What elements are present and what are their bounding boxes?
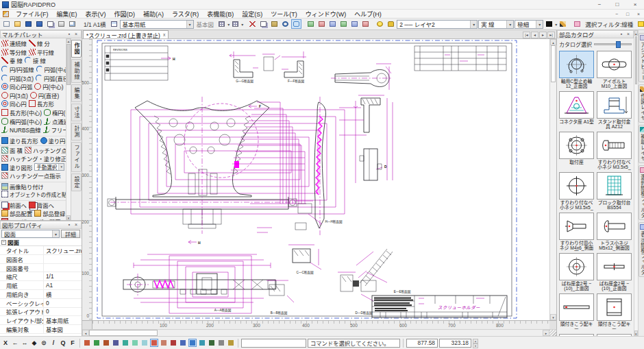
catalog-item[interactable]: トラス小ネジ M5x12_側面図 [597, 213, 632, 251]
tab-next-icon[interactable]: ▸ [539, 32, 547, 38]
mode-icon-5[interactable] [121, 339, 129, 347]
catalog-item[interactable] [597, 334, 632, 336]
tool-tentsuka-kyokusen[interactable]: 点通過曲線 [44, 117, 66, 125]
mode-icon-4[interactable] [112, 339, 120, 347]
collapse-icon[interactable]: − [1, 240, 6, 245]
menu-draw[interactable]: 作図(D) [110, 10, 140, 19]
save-icon[interactable] [23, 19, 34, 29]
zoom-out-icon[interactable] [317, 19, 327, 29]
search-icon[interactable] [280, 19, 290, 29]
tool-menseki[interactable]: 面 積 [1, 146, 23, 154]
help-icon[interactable] [636, 19, 644, 29]
menu-edit[interactable]: 編集(E) [53, 10, 82, 19]
tool-object-sakusei[interactable]: オブジェクトの作成と貼り付け [1, 191, 66, 198]
export-icon[interactable] [45, 19, 55, 29]
catalog-item[interactable]: コネクタ座 A1型 [559, 91, 594, 130]
pen-style-icon[interactable] [558, 19, 568, 29]
tab-sakuzu[interactable]: 作図 [71, 40, 82, 58]
property-row[interactable]: レイアウト/部分図名基本用紙 [0, 316, 82, 325]
snap-center-icon[interactable]: ⊙ [40, 338, 48, 348]
tool-renzokusen[interactable]: 連続線 [1, 39, 27, 47]
tab-prev-icon[interactable]: ◂ [531, 32, 538, 38]
tab-close-icon[interactable]: x [163, 32, 166, 37]
tool-nuri-en[interactable]: 塗り円(中心) [40, 136, 66, 145]
scroll-up-icon[interactable]: ▴ [550, 39, 556, 45]
catalog-item[interactable]: ばね座金2号 ~(10)_上面図 [559, 253, 594, 291]
tool-en-chushin[interactable]: 円(中心) [34, 82, 63, 91]
properties-target-combo[interactable]: 図面▾ [1, 230, 60, 238]
scroll-left-icon[interactable]: ◂ [82, 330, 89, 336]
zoom-window-icon[interactable] [291, 19, 301, 29]
tab-draw-layer[interactable]: 作図レイヤ [639, 84, 644, 123]
tab-hojosen[interactable]: 補助線 [71, 59, 82, 83]
slider-thumb[interactable] [616, 41, 621, 48]
menu-table[interactable]: 表機能(B) [203, 10, 238, 19]
mdi-close-button[interactable]: × [633, 12, 644, 16]
tab-file[interactable]: ファイル [71, 142, 82, 172]
snap-tangent-icon[interactable]: / [49, 338, 58, 348]
chevron-down-icon[interactable]: ▾ [470, 21, 477, 28]
mode-icon-7[interactable] [140, 339, 149, 347]
tool-sessen[interactable]: 接 線 [25, 56, 46, 64]
close-icon[interactable]: × [625, 31, 632, 38]
line-color-swatch[interactable] [544, 19, 554, 29]
tool-enko-3ten[interactable]: 円弧(3点) [1, 74, 34, 82]
mode-icon-15[interactable] [217, 339, 225, 347]
tool-daen-chushin[interactable]: 楕円(中心) [44, 108, 66, 117]
cut-icon[interactable] [247, 19, 258, 29]
fill-shape-mode-combo[interactable]: 手動選択▾ [34, 163, 64, 171]
mode-icon-12[interactable] [188, 339, 197, 347]
property-row[interactable]: 拡張レイアウト数0 [0, 308, 82, 317]
tool-hatching-tenshitei[interactable]: ハッチング点指定 [25, 146, 66, 154]
vertical-scrollbar[interactable]: ▴ ▾ [549, 39, 556, 320]
mode-icon-3[interactable] [102, 339, 110, 347]
catalog-item[interactable]: スタンド取付金具 AZ12 [597, 91, 632, 130]
tool-hatching-itten[interactable]: ハッチング一点指示 [1, 171, 61, 180]
layout-select-icon[interactable] [216, 19, 227, 29]
chevron-down-icon[interactable]: ▾ [506, 21, 513, 28]
close-icon[interactable]: × [73, 221, 79, 228]
catalog-item[interactable]: ブロック取付台 BS554 [597, 172, 632, 210]
tool-en-3ten[interactable]: 円(3点) [1, 91, 28, 99]
menu-file[interactable]: ファイル(F) [12, 10, 53, 19]
tool-en-enkosen[interactable]: 円/円弧線 [1, 65, 34, 73]
catalog-item[interactable]: アイボルト M10_上面図 [559, 334, 594, 336]
tool-doshin-enko[interactable]: 同心円弧 [1, 82, 32, 91]
menu-settings[interactable]: 設定(S) [238, 10, 267, 19]
tool-daenko-chushin[interactable]: 楕円弧(中心) [1, 117, 42, 125]
tool-buhin-toroku[interactable]: 部品登録 [34, 209, 65, 217]
tool-enko-chokkei[interactable]: 円弧(直径) [36, 74, 66, 82]
tool-senbun[interactable]: 線 分 [29, 39, 50, 47]
catalog-item[interactable]: すりわり付皿小ネジ M4x6_側面図 [559, 213, 594, 251]
catalog-size-slider[interactable] [594, 43, 632, 45]
tool-nurbs[interactable]: NURBS曲線 [1, 125, 41, 134]
mode-icon-8[interactable] [150, 339, 158, 347]
catalog-item[interactable]: 頭付きこう配キー_14Ax9Ax160_ [597, 293, 632, 332]
catalog-scroll-thumb[interactable] [635, 36, 637, 84]
tab-assist-view[interactable]: アシストビュー [639, 33, 644, 82]
mdi-restore-button[interactable]: □ [622, 12, 633, 16]
snap-intersection-icon[interactable]: ◆ [30, 338, 38, 348]
mode-icon-1[interactable] [83, 339, 91, 347]
redraw-icon[interactable] [349, 19, 360, 29]
snap-endpoint-icon[interactable]: ← [11, 338, 19, 348]
mode-icon-2[interactable] [92, 339, 101, 347]
partial-view-icon[interactable] [230, 19, 240, 29]
tab-settei[interactable]: 設定 [71, 173, 82, 191]
zoom-fit-icon[interactable] [327, 19, 338, 29]
property-row[interactable]: 編集対象基本図 [0, 325, 82, 334]
chevron-down-icon[interactable]: ▾ [186, 21, 193, 28]
linewidth-combo[interactable]: 極細▾ [515, 20, 543, 29]
new-file-icon[interactable] [1, 19, 12, 29]
close-button[interactable]: × [626, 0, 644, 9]
mode-icon-13[interactable] [198, 339, 206, 347]
document-tab[interactable]: *スクリュー.zrd (上書き禁止) x [83, 30, 169, 38]
catalog-item[interactable]: 軸用C型止め輪 12_正面図 [559, 51, 594, 89]
palette-scrollbar[interactable]: ▴ ▾ [66, 38, 71, 220]
print-icon[interactable] [56, 19, 66, 29]
drawing-canvas[interactable]: REVISIONS [92, 39, 549, 320]
vscroll-thumb[interactable] [551, 45, 556, 82]
tab-last-icon[interactable]: ▸| [547, 32, 555, 38]
property-row[interactable]: ベーシックレイアウト数0 [0, 299, 82, 308]
tool-enko-chushin[interactable]: 円弧(中心) [36, 65, 66, 73]
